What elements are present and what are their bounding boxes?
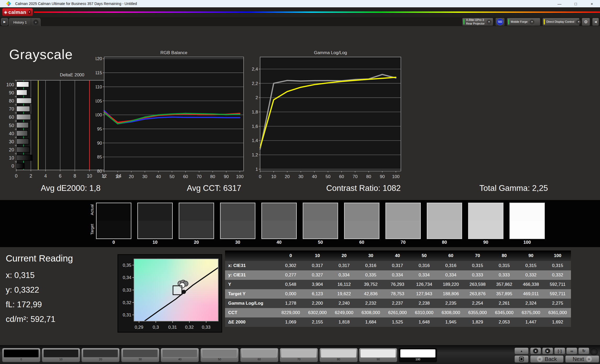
play-button[interactable]: ▶ (542, 348, 553, 354)
svg-text:0: 0 (103, 174, 105, 179)
table-cell: 189,220 (438, 280, 464, 289)
table-cell: 592,711 (544, 289, 571, 299)
table-cell: 0,316 (438, 261, 464, 270)
pattern-window-button[interactable] (514, 355, 529, 363)
table-row-label: Target Y (225, 289, 277, 299)
svg-text:10: 10 (9, 155, 14, 161)
settings-button[interactable]: ⚙ (582, 18, 590, 26)
swatch-tile-label: 100 (509, 240, 545, 245)
pattern-swatch-color (162, 349, 197, 357)
back-button[interactable]: « Back (530, 355, 564, 363)
svg-text:95: 95 (97, 127, 102, 132)
table-cell: 466,338 (518, 280, 544, 289)
table-cell: 78,753 (384, 289, 411, 299)
close-button[interactable]: × (584, 0, 600, 7)
table-cell: 3,904 (304, 280, 331, 289)
next-button[interactable]: Next » (565, 355, 599, 363)
pattern-window-up-button[interactable]: ▲ (514, 348, 529, 354)
plus-icon: + (33, 20, 38, 25)
tab-bar: ▶ History 1 + X-Rite i1Pro 3 Rear Projec… (0, 17, 600, 26)
table-cell: 2,053 (491, 317, 518, 327)
table-cell: 2,235 (438, 299, 464, 308)
table-cell: 6308,000 (357, 308, 384, 317)
tab-history-1[interactable]: History 1 (9, 18, 31, 26)
table-cell: 0,315 (464, 261, 491, 270)
pattern-swatch-70[interactable]: 70 (280, 348, 318, 362)
table-cell: 6302,000 (304, 308, 331, 317)
pattern-swatch-50[interactable]: 50 (200, 348, 239, 362)
pattern-swatch-40[interactable]: 40 (161, 348, 199, 362)
svg-text:40: 40 (156, 174, 161, 179)
pattern-size-button[interactable]: [·] (554, 348, 565, 354)
calman-menu-button[interactable]: ◈ calman ▼ (2, 8, 33, 16)
tab-group: History 1 + (9, 18, 41, 26)
swatch-tile-label: 70 (385, 240, 421, 245)
back-label: Back (545, 356, 557, 362)
pattern-swatch-100[interactable]: 100 (399, 348, 437, 362)
refresh-icon: ↻ (582, 349, 586, 353)
table-cell: 0,334 (438, 270, 464, 280)
swatch-tile-100 (509, 203, 545, 239)
table-column-header: 100 (544, 251, 571, 261)
pattern-swatch-0[interactable]: 0 (2, 348, 40, 362)
refresh-button[interactable]: ↻ (578, 348, 589, 354)
pattern-swatch-color (361, 349, 396, 357)
pattern-swatch-60[interactable]: 60 (240, 348, 278, 362)
continuous-measure-button[interactable]: ∞ (566, 348, 577, 354)
pattern-swatch-20[interactable]: 20 (81, 348, 120, 362)
pattern-swatch-label: 50 (201, 358, 238, 361)
meter-status-badge[interactable]: 583 (495, 18, 505, 26)
stop-button[interactable]: ■ (530, 348, 541, 354)
svg-text:1: 1 (256, 167, 258, 172)
current-reading-title: Current Reading (6, 253, 73, 264)
svg-text:70: 70 (353, 174, 358, 179)
pattern-swatch-80[interactable]: 80 (319, 348, 358, 362)
swatch-tile-label: 80 (427, 240, 462, 245)
pattern-swatch-10[interactable]: 10 (42, 348, 80, 362)
source-dropdown[interactable]: Mobile Forge ▼ (507, 18, 540, 26)
table-cell: 2,232 (357, 299, 384, 308)
run-button[interactable]: ▶ (1, 18, 8, 25)
stat-contrast-ratio: Contrast Ratio: 1082 (311, 184, 416, 193)
maximize-button[interactable]: □ (568, 0, 584, 7)
table-cell: 2,200 (304, 299, 331, 308)
table-cell: 6249,000 (331, 308, 357, 317)
pattern-swatch-label: 100 (399, 358, 437, 361)
pattern-swatch-label: 10 (42, 358, 80, 361)
svg-text:60: 60 (339, 174, 344, 179)
table-cell: 0,315 (491, 261, 518, 270)
svg-text:100: 100 (7, 82, 14, 87)
svg-text:70: 70 (9, 106, 14, 112)
svg-text:90: 90 (224, 174, 229, 179)
status-led (590, 349, 598, 355)
table-cell: 76,293 (384, 280, 411, 289)
pattern-swatch-90[interactable]: 90 (359, 348, 397, 362)
table-cell: 2,275 (544, 299, 571, 308)
chart-title: Gamma Log/Log (260, 50, 401, 55)
collapse-panel-button[interactable]: ◀ (592, 18, 599, 26)
table-cell: 0,000 (277, 289, 304, 299)
svg-text:30: 30 (298, 174, 303, 179)
meter-mode: Rear Projector (466, 22, 485, 25)
pattern-size-icon: [·] (558, 349, 562, 353)
svg-text:40: 40 (9, 131, 14, 136)
add-tab-button[interactable]: + (31, 18, 40, 26)
reading-y: y: 0,3322 (6, 285, 39, 295)
table-cell: 0,332 (544, 270, 571, 280)
table-cell: 0,316 (411, 261, 438, 270)
table-row: x: CIE310,3020,3170,3170,3160,3170,3160,… (225, 261, 571, 270)
table-row: CCT8229,0006302,0006249,0006308,0006261,… (225, 308, 571, 317)
minimize-button[interactable]: — (551, 0, 568, 7)
svg-text:20: 20 (129, 174, 134, 179)
table-cell: 1,945 (438, 317, 464, 327)
table-row: Y0,5483,90416,11239,75276,293126,734189,… (225, 280, 571, 289)
pattern-swatch-30[interactable]: 30 (121, 348, 159, 362)
svg-text:0,32: 0,32 (185, 325, 194, 330)
swatch-tile-0 (96, 203, 131, 239)
display-control-dropdown[interactable]: Direct Display Control ▼ (542, 18, 580, 26)
svg-text:50: 50 (326, 174, 330, 179)
meter-dropdown[interactable]: X-Rite i1Pro 3 Rear Projector ▼ (462, 18, 493, 26)
pattern-swatch-color (281, 349, 316, 357)
swatch-tile-label: 10 (137, 240, 173, 245)
svg-text:70: 70 (197, 174, 201, 179)
